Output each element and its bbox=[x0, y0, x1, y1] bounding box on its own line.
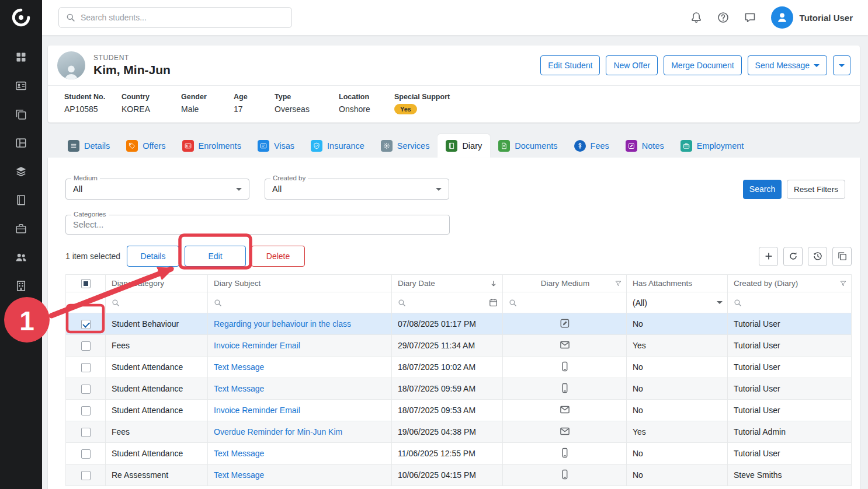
tab-label: Details bbox=[84, 141, 110, 151]
search-input[interactable] bbox=[81, 13, 284, 22]
export-button[interactable] bbox=[832, 247, 852, 266]
new-offer-button[interactable]: New Offer bbox=[606, 55, 658, 75]
table-row[interactable]: Student AttendanceText Message11/06/2025… bbox=[66, 443, 852, 464]
more-actions-button[interactable] bbox=[833, 55, 850, 75]
row-checkbox[interactable] bbox=[81, 341, 91, 351]
tab-employment[interactable]: Employment bbox=[672, 134, 752, 158]
filter-created-by[interactable] bbox=[728, 292, 852, 313]
row-checkbox[interactable] bbox=[81, 363, 91, 372]
table-row[interactable]: FeesOverdue Reminder for Min-Jun Kim19/0… bbox=[66, 421, 852, 443]
sidebar-item-agents[interactable] bbox=[15, 252, 27, 263]
sidebar-item-classes[interactable] bbox=[15, 137, 27, 149]
button-label: Merge Document bbox=[671, 61, 734, 70]
has-attachments-cell: No bbox=[627, 357, 728, 378]
tab-enrolments[interactable]: Enrolments bbox=[174, 134, 249, 158]
column-header-has-attachments[interactable]: Has Attachments bbox=[627, 275, 728, 292]
chevron-down-icon bbox=[436, 188, 442, 191]
column-header-diary-subject[interactable]: Diary Subject bbox=[208, 275, 392, 292]
filter-diary-category[interactable] bbox=[106, 292, 208, 313]
sidebar-item-facilities[interactable] bbox=[15, 280, 27, 292]
row-checkbox[interactable] bbox=[81, 320, 91, 329]
diary-subject-link[interactable]: Text Message bbox=[214, 384, 264, 393]
column-header-diary-date[interactable]: Diary Date bbox=[392, 275, 503, 292]
sidebar-item-services[interactable] bbox=[15, 223, 27, 235]
filter-cell-empty bbox=[66, 292, 106, 313]
tab-visas[interactable]: Visas bbox=[249, 134, 303, 158]
topbar-actions: Tutorial User bbox=[690, 6, 853, 29]
button-label: Edit Student bbox=[548, 61, 592, 70]
search-button[interactable]: Search bbox=[743, 180, 782, 199]
info-label: Special Support bbox=[394, 93, 450, 101]
sidebar-item-courses[interactable] bbox=[15, 194, 27, 206]
table-row[interactable]: Re AssessmentText Message10/06/2025 04:1… bbox=[66, 464, 852, 486]
column-header-diary-category[interactable]: Diary Category bbox=[106, 275, 208, 292]
tab-label: Documents bbox=[515, 141, 557, 151]
edit-student-button[interactable]: Edit Student bbox=[540, 55, 600, 75]
row-checkbox[interactable] bbox=[81, 406, 91, 415]
sidebar-item-dashboard[interactable] bbox=[15, 51, 27, 63]
info-special-support: Special SupportYes bbox=[394, 93, 450, 114]
diary-subject-link[interactable]: Text Message bbox=[214, 362, 264, 372]
select-all-checkbox[interactable] bbox=[81, 279, 91, 288]
table-row[interactable]: Student AttendanceText Message18/07/2025… bbox=[66, 357, 852, 378]
reset-filters-button[interactable]: Reset Filters bbox=[787, 180, 845, 199]
tab-insurance[interactable]: Insurance bbox=[303, 134, 373, 158]
table-row[interactable]: Student BehaviourRegarding your behaviou… bbox=[66, 313, 852, 335]
edit-button[interactable]: Edit bbox=[185, 246, 246, 267]
diary-subject-link[interactable]: Text Message bbox=[214, 449, 264, 458]
table-row[interactable]: Student AttendanceInvoice Reminder Email… bbox=[66, 400, 852, 421]
row-checkbox[interactable] bbox=[81, 449, 91, 459]
merge-document-button[interactable]: Merge Document bbox=[664, 55, 741, 75]
diary-subject-link[interactable]: Overdue Reminder for Min-Jun Kim bbox=[214, 427, 342, 436]
created-by-cell: Tutorial User bbox=[728, 378, 852, 400]
diary-subject-link[interactable]: Regarding your behaviour in the class bbox=[214, 319, 351, 329]
tab-diary[interactable]: Diary bbox=[438, 134, 490, 158]
app-logo[interactable] bbox=[11, 7, 32, 28]
tab-documents[interactable]: Documents bbox=[490, 134, 565, 158]
filter-diary-medium[interactable] bbox=[503, 292, 627, 313]
help-icon[interactable] bbox=[717, 12, 729, 23]
filter-diary-date[interactable] bbox=[392, 292, 503, 313]
sidebar-item-subjects[interactable] bbox=[15, 166, 27, 177]
tab-details[interactable]: Details bbox=[60, 134, 118, 158]
diary-subject-link[interactable]: Invoice Reminder Email bbox=[214, 406, 300, 415]
filter-has-attachments[interactable]: (All) bbox=[627, 292, 728, 313]
diary-subject-link[interactable]: Invoice Reminder Email bbox=[214, 341, 300, 350]
delete-button[interactable]: Delete bbox=[251, 246, 305, 267]
categories-select[interactable]: Categories Select... bbox=[65, 215, 450, 235]
calendar-icon[interactable] bbox=[489, 298, 498, 307]
sidebar-item-students[interactable] bbox=[15, 80, 27, 92]
tab-notes[interactable]: Notes bbox=[617, 134, 672, 158]
diary-subject-link[interactable]: Text Message bbox=[214, 470, 264, 480]
tab-label: Insurance bbox=[327, 141, 364, 151]
medium-select[interactable]: Medium All bbox=[65, 179, 249, 200]
row-checkbox[interactable] bbox=[81, 385, 91, 394]
created-by-select[interactable]: Created by All bbox=[265, 179, 449, 200]
sidebar-item-offers[interactable] bbox=[15, 109, 27, 120]
column-header-diary-medium[interactable]: Diary Medium bbox=[503, 275, 627, 292]
tab-fees[interactable]: Fees bbox=[566, 134, 617, 158]
filter-funnel-icon[interactable] bbox=[614, 280, 622, 287]
tab-services[interactable]: Services bbox=[373, 134, 438, 158]
filter-diary-subject[interactable] bbox=[208, 292, 392, 313]
history-button[interactable] bbox=[808, 247, 827, 266]
info-label: Gender bbox=[181, 93, 234, 101]
select-all-header[interactable] bbox=[66, 275, 106, 292]
details-button[interactable]: Details bbox=[127, 246, 179, 267]
column-header-created-by[interactable]: Created by (Diary) bbox=[728, 275, 852, 292]
diary-date-cell: 11/06/2025 12:55 PM bbox=[392, 443, 503, 464]
diary-panel: Medium All Created by All Search Reset F… bbox=[48, 158, 860, 489]
send-message-button[interactable]: Send Message bbox=[748, 55, 827, 75]
row-checkbox[interactable] bbox=[81, 471, 91, 480]
info-value: 17 bbox=[234, 104, 275, 114]
row-checkbox[interactable] bbox=[81, 428, 91, 437]
filter-funnel-icon[interactable] bbox=[839, 280, 847, 287]
user-menu[interactable]: Tutorial User bbox=[771, 6, 853, 29]
notifications-icon[interactable] bbox=[690, 12, 702, 23]
table-row[interactable]: Student AttendanceText Message18/07/2025… bbox=[66, 378, 852, 400]
add-button[interactable] bbox=[759, 247, 778, 266]
refresh-button[interactable] bbox=[783, 247, 803, 266]
tab-offers[interactable]: Offers bbox=[118, 134, 173, 158]
messages-icon[interactable] bbox=[744, 12, 756, 23]
table-row[interactable]: FeesInvoice Reminder Email29/07/2025 11:… bbox=[66, 335, 852, 357]
